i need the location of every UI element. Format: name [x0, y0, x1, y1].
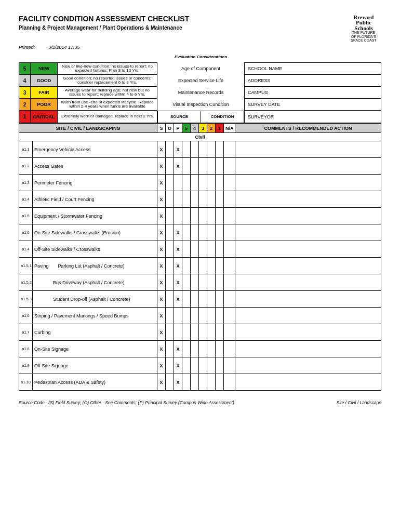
- cond-na[interactable]: [224, 374, 235, 391]
- row-comments[interactable]: [235, 191, 381, 208]
- src-o[interactable]: [166, 241, 174, 258]
- src-s[interactable]: X: [157, 357, 166, 374]
- cond-5[interactable]: [182, 308, 191, 324]
- cond-2[interactable]: [207, 357, 216, 374]
- cond-5[interactable]: [182, 324, 191, 341]
- cond-1[interactable]: [216, 357, 224, 374]
- row-comments[interactable]: [235, 274, 381, 291]
- cond-3[interactable]: [199, 224, 207, 241]
- cond-na[interactable]: [224, 308, 235, 324]
- cond-na[interactable]: [224, 291, 235, 308]
- campus-field[interactable]: CAMPUS: [245, 87, 381, 99]
- row-comments[interactable]: [235, 308, 381, 324]
- cond-na[interactable]: [224, 175, 235, 191]
- cond-4[interactable]: [191, 258, 199, 274]
- src-p[interactable]: [174, 208, 182, 224]
- row-comments[interactable]: [235, 141, 381, 158]
- cond-1[interactable]: [216, 141, 224, 158]
- cond-na[interactable]: [224, 258, 235, 274]
- school-name-field[interactable]: SCHOOL NAME: [245, 63, 381, 75]
- cond-5[interactable]: [182, 258, 191, 274]
- cond-1[interactable]: [216, 324, 224, 341]
- src-s[interactable]: X: [157, 324, 166, 341]
- row-comments[interactable]: [235, 175, 381, 191]
- cond-2[interactable]: [207, 324, 216, 341]
- cond-4[interactable]: [191, 241, 199, 258]
- cond-1[interactable]: [216, 224, 224, 241]
- src-o[interactable]: [166, 324, 174, 341]
- row-comments[interactable]: [235, 374, 381, 391]
- src-p[interactable]: [174, 308, 182, 324]
- src-s[interactable]: X: [157, 341, 166, 357]
- src-p[interactable]: X: [174, 158, 182, 175]
- cond-4[interactable]: [191, 274, 199, 291]
- cond-3[interactable]: [199, 241, 207, 258]
- cond-3[interactable]: [199, 357, 207, 374]
- cond-4[interactable]: [191, 224, 199, 241]
- cond-1[interactable]: [216, 341, 224, 357]
- cond-1[interactable]: [216, 158, 224, 175]
- cond-5[interactable]: [182, 291, 191, 308]
- cond-2[interactable]: [207, 224, 216, 241]
- cond-na[interactable]: [224, 324, 235, 341]
- cond-3[interactable]: [199, 158, 207, 175]
- cond-1[interactable]: [216, 258, 224, 274]
- src-p[interactable]: X: [174, 141, 182, 158]
- src-p[interactable]: X: [174, 241, 182, 258]
- cond-na[interactable]: [224, 191, 235, 208]
- row-comments[interactable]: [235, 341, 381, 357]
- cond-4[interactable]: [191, 175, 199, 191]
- row-comments[interactable]: [235, 258, 381, 274]
- src-o[interactable]: [166, 341, 174, 357]
- cond-3[interactable]: [199, 291, 207, 308]
- src-o[interactable]: [166, 158, 174, 175]
- cond-4[interactable]: [191, 208, 199, 224]
- cond-na[interactable]: [224, 341, 235, 357]
- row-comments[interactable]: [235, 291, 381, 308]
- src-o[interactable]: [166, 291, 174, 308]
- src-s[interactable]: X: [157, 274, 166, 291]
- cond-1[interactable]: [216, 241, 224, 258]
- cond-2[interactable]: [207, 191, 216, 208]
- cond-na[interactable]: [224, 224, 235, 241]
- cond-4[interactable]: [191, 191, 199, 208]
- cond-2[interactable]: [207, 208, 216, 224]
- cond-3[interactable]: [199, 308, 207, 324]
- src-s[interactable]: X: [157, 208, 166, 224]
- surveyor-field[interactable]: SURVEYOR: [245, 111, 381, 123]
- cond-1[interactable]: [216, 291, 224, 308]
- src-s[interactable]: X: [157, 141, 166, 158]
- cond-2[interactable]: [207, 308, 216, 324]
- src-s[interactable]: X: [157, 374, 166, 391]
- cond-na[interactable]: [224, 208, 235, 224]
- src-s[interactable]: X: [157, 175, 166, 191]
- src-o[interactable]: [166, 175, 174, 191]
- cond-3[interactable]: [199, 141, 207, 158]
- src-s[interactable]: X: [157, 224, 166, 241]
- cond-2[interactable]: [207, 291, 216, 308]
- cond-1[interactable]: [216, 308, 224, 324]
- src-o[interactable]: [166, 274, 174, 291]
- cond-4[interactable]: [191, 308, 199, 324]
- row-comments[interactable]: [235, 158, 381, 175]
- cond-na[interactable]: [224, 241, 235, 258]
- src-p[interactable]: [174, 324, 182, 341]
- cond-3[interactable]: [199, 324, 207, 341]
- cond-1[interactable]: [216, 191, 224, 208]
- cond-na[interactable]: [224, 274, 235, 291]
- src-o[interactable]: [166, 357, 174, 374]
- cond-5[interactable]: [182, 274, 191, 291]
- cond-2[interactable]: [207, 241, 216, 258]
- cond-2[interactable]: [207, 175, 216, 191]
- src-o[interactable]: [166, 374, 174, 391]
- survey-date-field[interactable]: SURVEY DATE: [245, 99, 381, 111]
- cond-4[interactable]: [191, 341, 199, 357]
- src-s[interactable]: X: [157, 308, 166, 324]
- src-o[interactable]: [166, 258, 174, 274]
- src-o[interactable]: [166, 141, 174, 158]
- src-p[interactable]: X: [174, 374, 182, 391]
- cond-1[interactable]: [216, 374, 224, 391]
- cond-5[interactable]: [182, 224, 191, 241]
- cond-4[interactable]: [191, 324, 199, 341]
- src-o[interactable]: [166, 224, 174, 241]
